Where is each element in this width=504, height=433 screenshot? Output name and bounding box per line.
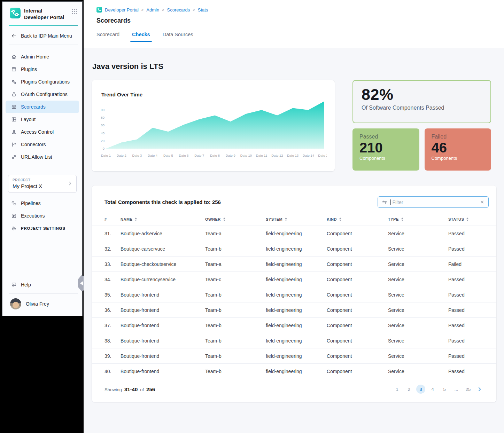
page-4[interactable]: 4 [428, 385, 437, 394]
failed-value: 46 [432, 140, 484, 156]
trend-chart: 020406080100Date 1Date 2Date 3Date 4Date… [101, 100, 327, 158]
filter-input[interactable]: Filter [378, 196, 489, 208]
table-row[interactable]: 37.Boutique-frontendTeam-bfield-engineer… [92, 317, 496, 333]
sort-icon[interactable] [466, 218, 468, 221]
cell-type: Service [388, 369, 448, 374]
svg-text:Date 2: Date 2 [117, 153, 126, 157]
project-label: PROJECT [13, 178, 72, 182]
app-title: Internal Developer Portal [24, 8, 64, 21]
sort-icon[interactable] [285, 218, 287, 221]
cell-kind: Component [327, 261, 388, 267]
sidebar-item-plugins-configurations[interactable]: Plugins Configurations [6, 76, 79, 88]
tab-checks[interactable]: Checks [132, 32, 150, 42]
column-header-status: STATUS [448, 217, 489, 221]
sidebar-item-executions[interactable]: Executions [6, 210, 79, 222]
sidebar-item-project-settings[interactable]: PROJECT SETTINGS [6, 222, 79, 235]
back-to-idp-main-menu[interactable]: Back to IDP Main Menu [2, 26, 82, 45]
cell-name: Boutique-frontend [121, 338, 205, 344]
cell-owner: Team-a [205, 231, 266, 236]
user-menu[interactable]: Olivia Frey [2, 294, 82, 316]
cell-kind: Component [327, 277, 388, 282]
executions-icon [11, 213, 17, 219]
cell-owner: Team-b [205, 338, 266, 344]
breadcrumb-link-stats[interactable]: Stats [198, 7, 208, 13]
sidebar-item-access-control[interactable]: Access Control [6, 126, 79, 138]
table-row[interactable]: 33.Boutique-checkoutserviceTeam-afield-e… [92, 256, 496, 271]
cell-system: field-engineering [266, 261, 327, 267]
chart-title: Trend Over Time [101, 92, 326, 97]
sort-icon[interactable] [401, 218, 403, 221]
close-icon[interactable] [480, 200, 484, 204]
sort-icon[interactable] [339, 218, 341, 221]
cell-type: Service [388, 246, 448, 252]
project-settings-icon [11, 226, 17, 231]
cell-index: 36. [104, 307, 121, 313]
sidebar-header: Internal Developer Portal [2, 2, 82, 21]
table-row[interactable]: 34.Boutique-currencyserviceTeam-cfield-e… [92, 271, 496, 287]
cell-type: Service [388, 323, 448, 328]
app-canvas: Internal Developer Portal Back to IDP Ma… [0, 0, 504, 433]
table-row[interactable]: 36.Boutique-frontendTeam-bfield-engineer… [92, 302, 496, 317]
sort-icon[interactable] [223, 218, 225, 221]
project-selector[interactable]: PROJECT My Project X [8, 175, 77, 193]
column-header-type: TYPE [388, 217, 448, 221]
svg-text:Date 6: Date 6 [179, 153, 189, 157]
table-row[interactable]: 38.Boutique-frontendTeam-bfield-engineer… [92, 333, 496, 348]
page-2[interactable]: 2 [404, 385, 413, 394]
page-25[interactable]: 25 [464, 385, 473, 394]
cell-index: 38. [104, 338, 121, 344]
cell-kind: Component [327, 307, 388, 313]
svg-text:100: 100 [101, 108, 104, 112]
components-table-card: Total Components this check is applied t… [92, 186, 496, 402]
sidebar-item-layout[interactable]: Layout [6, 113, 79, 126]
help-item[interactable]: Help [2, 276, 82, 293]
sidebar-item-plugins[interactable]: Plugins [6, 63, 79, 76]
cell-owner: Team-c [205, 277, 266, 282]
svg-text:Date 9: Date 9 [226, 153, 235, 157]
svg-text:20: 20 [101, 139, 104, 143]
breadcrumb-separator: > [193, 8, 195, 12]
table-row[interactable]: 32.Boutique-carservuceTeam-bfield-engine… [92, 241, 496, 256]
table-row[interactable]: 40.Boutique-frontendTeam-bfield-engineer… [92, 363, 496, 379]
breadcrumb-separator: > [162, 8, 164, 12]
passed-unit: Components [359, 156, 412, 161]
table-row[interactable]: 35.Boutique-frontendTeam-bfield-engineer… [92, 287, 496, 302]
sidebar-item-connectors[interactable]: Connectors [6, 138, 79, 151]
summary-row: Trend Over Time 020406080100Date 1Date 2… [92, 80, 496, 171]
percent-value: 82% [362, 86, 482, 104]
plugins-config-icon [11, 79, 17, 85]
page-5[interactable]: 5 [440, 385, 449, 394]
breadcrumb-link-developer-portal[interactable]: Developer Portal [105, 7, 139, 13]
cell-name: Boutique-frontend [121, 369, 205, 374]
breadcrumb-link-admin[interactable]: Admin [146, 7, 159, 13]
page-1[interactable]: 1 [393, 385, 402, 394]
pagination: 12345...25 [393, 385, 482, 394]
sidebar-item-oauth-configurations[interactable]: OAuth Configurations [6, 88, 79, 101]
sidebar: Internal Developer Portal Back to IDP Ma… [2, 1, 83, 316]
cell-index: 40. [104, 369, 121, 374]
cell-type: Service [388, 338, 448, 344]
cell-status: Failed [448, 261, 489, 267]
cell-kind: Component [327, 353, 388, 359]
page-3[interactable]: 3 [416, 385, 425, 394]
tab-scorecard[interactable]: Scorecard [96, 32, 119, 42]
sidebar-item-pipelines[interactable]: Pipelines [6, 197, 79, 210]
sort-icon[interactable] [135, 218, 137, 221]
access-control-icon [11, 129, 17, 135]
cell-kind: Component [327, 369, 388, 374]
sidebar-item-admin-home[interactable]: Admin Home [6, 50, 79, 63]
cell-name: Boutique-frontend [121, 307, 205, 313]
tab-bar: ScorecardChecksData Sources [96, 32, 504, 42]
sidebar-item-scorecards[interactable]: Scorecards [6, 101, 79, 113]
app-launcher-grid-icon[interactable] [71, 9, 77, 15]
breadcrumb-link-scorecards[interactable]: Scorecards [167, 7, 190, 13]
idp-logo-icon [10, 8, 21, 18]
cell-status: Passed [448, 231, 489, 236]
table-row[interactable]: 39.Boutique-frontendTeam-bfield-engineer… [92, 348, 496, 363]
tab-data-sources[interactable]: Data Sources [163, 32, 193, 42]
cell-index: 32. [104, 246, 121, 252]
table-row[interactable]: 31.Boutique-adserviceTeam-afield-enginee… [92, 226, 496, 241]
breadcrumb: Developer Portal>Admin>Scorecards>Stats [96, 7, 504, 13]
sidebar-item-url-allow-list[interactable]: URL Allow List [6, 151, 79, 163]
next-page-chevron-icon[interactable] [477, 386, 482, 392]
